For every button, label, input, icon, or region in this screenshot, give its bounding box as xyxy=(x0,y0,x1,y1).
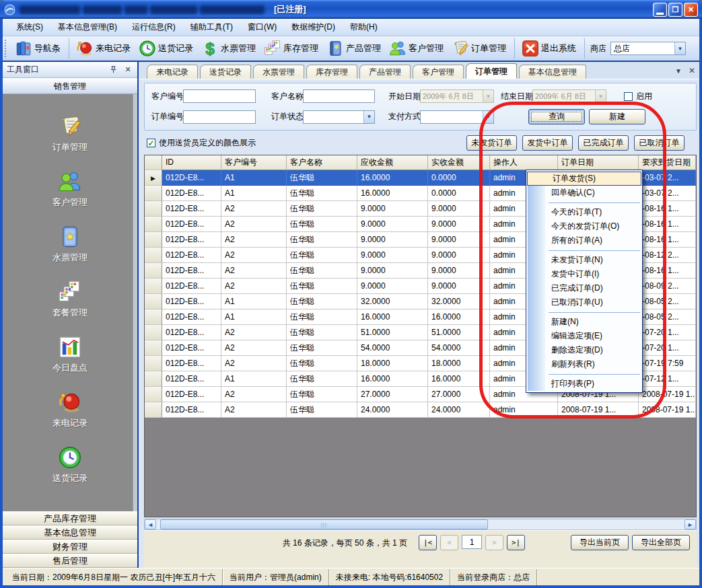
context-menu-item[interactable]: 未发货订单(N) xyxy=(526,253,642,267)
new-button[interactable]: 新建 xyxy=(589,109,645,124)
row-selector[interactable] xyxy=(145,217,162,232)
color-display-checkbox[interactable] xyxy=(147,139,155,147)
toolbar-button[interactable]: 订单管理 xyxy=(448,38,515,59)
sidebar-item[interactable]: 订单管理 xyxy=(52,114,87,153)
tab[interactable]: 送货记录 xyxy=(200,65,251,79)
query-button[interactable]: 查询 xyxy=(528,109,585,124)
order-status-filter-button[interactable]: 未发货订单 xyxy=(466,135,517,151)
sidebar-item[interactable]: 来电记录 xyxy=(52,390,87,429)
row-selector[interactable] xyxy=(145,201,162,217)
context-menu-item[interactable] xyxy=(526,309,642,315)
column-header[interactable]: 订单日期 xyxy=(558,155,639,170)
context-menu-item[interactable]: 已完成订单(D) xyxy=(526,281,642,295)
customer-name-input[interactable] xyxy=(303,89,375,103)
tab[interactable]: 库存管理 xyxy=(306,65,357,79)
horizontal-scrollbar[interactable]: ◄ ||| ► xyxy=(144,519,697,530)
context-menu-item[interactable]: 今天的发货订单(O) xyxy=(526,219,642,233)
menu-item[interactable]: 系统(S) xyxy=(9,20,50,35)
context-menu-item[interactable] xyxy=(526,371,642,377)
customer-no-input[interactable] xyxy=(183,89,256,103)
toolbar-button[interactable]: 产品管理 xyxy=(322,38,385,59)
row-selector[interactable] xyxy=(145,309,162,325)
menu-item[interactable]: 数据维护(D) xyxy=(285,20,342,35)
pay-method-select[interactable]: ▼ xyxy=(420,110,494,124)
maximize-button[interactable]: ❐ xyxy=(668,3,682,17)
scroll-right-icon[interactable]: ► xyxy=(685,519,696,529)
chevron-down-icon[interactable]: ▼ xyxy=(674,42,685,54)
row-selector[interactable] xyxy=(145,356,162,371)
sidebar-item[interactable]: 水票管理 xyxy=(52,225,87,264)
toolbar-button[interactable]: 库存管理 xyxy=(260,38,322,59)
minimize-button[interactable]: ▬ xyxy=(653,3,667,17)
toolbar-grip[interactable] xyxy=(5,40,9,57)
column-header[interactable]: 要求到货日期 xyxy=(639,155,696,170)
context-menu-item[interactable]: 已取消订单(U) xyxy=(526,295,642,309)
sidebar-panel[interactable]: 产品库存管理 xyxy=(3,511,137,525)
context-menu-item[interactable]: 新建(N) xyxy=(526,315,642,329)
tab[interactable]: 客户管理 xyxy=(413,65,464,79)
tab[interactable]: 基本信息管理 xyxy=(519,65,586,79)
order-status-select[interactable]: ▼ xyxy=(303,110,375,124)
toolbar-button[interactable]: 导航条 xyxy=(11,38,69,59)
scrollbar-thumb[interactable]: ||| xyxy=(160,519,488,529)
context-menu-item[interactable]: 编辑选定项(E) xyxy=(526,329,642,343)
export-current-page-button[interactable]: 导出当前页 xyxy=(571,535,629,550)
sidebar-item[interactable]: 今日盘点 xyxy=(52,335,87,374)
shop-select[interactable]: 总店 ▼ xyxy=(610,42,686,55)
title-bar[interactable]: [已注册] ▬ ❐ ✕ xyxy=(0,0,702,19)
row-selector[interactable] xyxy=(145,248,162,263)
tab[interactable]: 来电记录 xyxy=(147,65,198,79)
row-selector[interactable] xyxy=(145,186,162,201)
toolbar-button[interactable]: 退出系统 xyxy=(518,38,585,59)
close-icon[interactable]: ✕ xyxy=(122,65,133,75)
sidebar-panel[interactable]: 基本信息管理 xyxy=(3,525,137,540)
export-all-pages-button[interactable]: 导出全部页 xyxy=(632,535,690,550)
order-status-filter-button[interactable]: 已完成订单 xyxy=(578,135,629,151)
order-status-filter-button[interactable]: 发货中订单 xyxy=(522,135,573,151)
column-header[interactable]: 应收金额 xyxy=(357,155,428,170)
sidebar-item[interactable]: 客户管理 xyxy=(52,170,87,209)
order-no-input[interactable] xyxy=(183,110,256,124)
context-menu-item[interactable]: 删除选定项(D) xyxy=(526,343,642,357)
chevron-down-icon[interactable]: ▼ xyxy=(363,111,374,123)
column-header[interactable]: 操作人 xyxy=(490,155,558,170)
pushpin-icon[interactable] xyxy=(108,65,118,75)
row-selector[interactable] xyxy=(145,170,162,186)
column-header[interactable]: 实收金额 xyxy=(428,155,490,170)
toolbar-button[interactable]: 客户管理 xyxy=(385,38,448,59)
sidebar-item[interactable]: 送货记录 xyxy=(52,445,87,484)
sidebar-panel[interactable]: 售后管理 xyxy=(3,554,137,568)
scroll-left-icon[interactable]: ◄ xyxy=(145,519,156,529)
context-menu-item[interactable]: 打印列表(P) xyxy=(526,377,642,391)
page-number-input[interactable] xyxy=(462,535,482,549)
chevron-down-icon[interactable]: ▼ xyxy=(675,67,682,75)
context-menu-item[interactable] xyxy=(526,200,642,205)
chevron-down-icon[interactable]: ▼ xyxy=(483,111,493,123)
menu-item[interactable]: 窗口(W) xyxy=(241,20,283,35)
column-header[interactable]: 客户名称 xyxy=(287,155,357,170)
close-button[interactable]: ✕ xyxy=(684,3,698,17)
context-menu-item[interactable]: 今天的订单(T) xyxy=(526,205,642,219)
context-menu-item[interactable]: 发货中订单(I) xyxy=(526,267,642,281)
context-menu-item[interactable] xyxy=(526,248,642,253)
context-menu-item[interactable]: 订单发货(S) xyxy=(527,172,641,186)
last-page-button[interactable]: >| xyxy=(507,535,525,550)
menu-item[interactable]: 运行信息(R) xyxy=(125,20,182,35)
toolbar-button[interactable]: 送货记录 xyxy=(135,38,197,59)
enable-checkbox[interactable] xyxy=(624,92,633,101)
column-header[interactable]: ID xyxy=(162,155,221,170)
close-icon[interactable]: ✕ xyxy=(689,66,695,75)
context-menu-item[interactable]: 回单确认(C) xyxy=(526,186,642,200)
menu-item[interactable]: 帮助(H) xyxy=(343,20,384,35)
tab[interactable]: 订单管理 xyxy=(466,63,517,79)
menu-item[interactable]: 基本信息管理(B) xyxy=(51,20,124,35)
tab[interactable]: 水票管理 xyxy=(253,65,304,79)
context-menu-item[interactable]: 刷新列表(R) xyxy=(526,357,642,371)
scrollbar-track[interactable]: ||| xyxy=(156,519,685,529)
sidebar-item[interactable]: 套餐管理 xyxy=(52,280,87,319)
toolbar-button[interactable]: $ 水票管理 xyxy=(197,38,260,59)
row-selector[interactable] xyxy=(145,294,162,309)
row-selector[interactable] xyxy=(145,263,162,279)
row-selector[interactable] xyxy=(145,402,162,418)
row-selector[interactable] xyxy=(145,232,162,248)
